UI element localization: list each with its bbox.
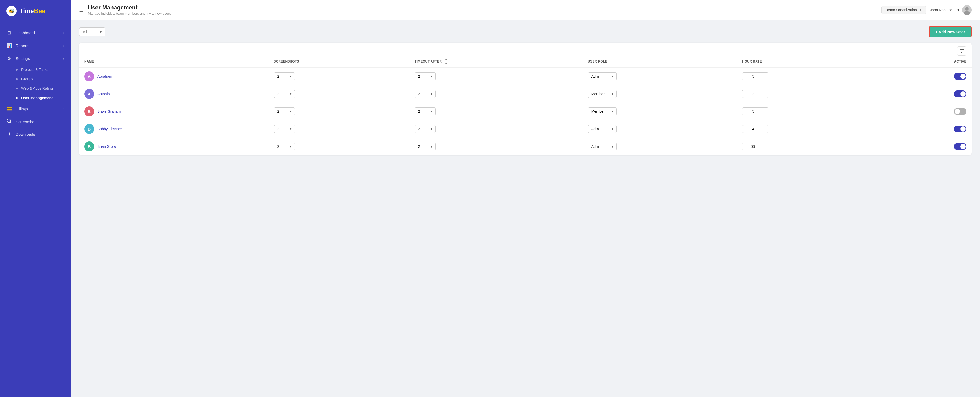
timeout-select[interactable]: 2 1345 bbox=[415, 108, 436, 115]
cell-active bbox=[881, 67, 972, 85]
cell-active bbox=[881, 85, 972, 103]
role-select-wrap: Admin Member ▼ bbox=[588, 73, 617, 80]
role-select-wrap: Admin Member ▼ bbox=[588, 143, 617, 150]
logo: 🐝 TimeBee bbox=[0, 0, 71, 22]
role-select-wrap: Admin Member ▼ bbox=[588, 125, 617, 133]
column-filter-button[interactable] bbox=[957, 46, 966, 56]
billings-icon: 💳 bbox=[6, 106, 12, 112]
user-cell: B Bobby Fletcher bbox=[84, 124, 263, 134]
screenshots-select[interactable]: 2 1345 bbox=[274, 143, 295, 150]
cell-screenshots: 2 1345 ▼ bbox=[269, 103, 409, 120]
avatar bbox=[962, 5, 972, 15]
cell-role: Member Admin ▼ bbox=[582, 103, 737, 120]
chevron-down-icon: ▼ bbox=[956, 8, 960, 12]
cell-screenshots: 2 1345 ▼ bbox=[269, 138, 409, 156]
table-card-header bbox=[79, 43, 972, 56]
sidebar-item-label: Downloads bbox=[16, 132, 35, 137]
role-select[interactable]: Admin Member bbox=[588, 143, 617, 150]
sidebar-sub-label: Projects & Tasks bbox=[21, 67, 48, 71]
cell-name: B Bobby Fletcher bbox=[79, 120, 269, 138]
screenshots-select-wrap: 2 1345 ▼ bbox=[274, 125, 295, 133]
sidebar-item-billings[interactable]: 💳 Billings › bbox=[0, 103, 71, 115]
screenshots-select[interactable]: 2 1345 bbox=[274, 125, 295, 133]
role-select[interactable]: Member Admin bbox=[588, 108, 617, 115]
sidebar-item-user-management[interactable]: User Management bbox=[0, 93, 71, 103]
col-name: NAME bbox=[79, 56, 269, 67]
active-toggle[interactable] bbox=[954, 73, 966, 80]
chevron-down-icon: ∨ bbox=[62, 57, 64, 60]
dot-icon bbox=[16, 78, 18, 80]
sidebar-item-label: Dashbaord bbox=[16, 30, 35, 35]
main-area: ☰ User Management Manage individual team… bbox=[71, 0, 980, 397]
sidebar-item-reports[interactable]: 📊 Reports › bbox=[0, 39, 71, 52]
add-new-user-button[interactable]: + Add New User bbox=[929, 26, 972, 37]
active-toggle[interactable] bbox=[954, 143, 966, 150]
dot-icon bbox=[16, 87, 18, 89]
hour-rate-input[interactable] bbox=[742, 125, 768, 133]
table-row: B Blake Graham 2 1345 ▼ 2 1345 ▼ Member … bbox=[79, 103, 972, 120]
cell-hour-rate bbox=[737, 120, 881, 138]
timeout-select-wrap: 2 1345 ▼ bbox=[415, 73, 436, 80]
active-toggle[interactable] bbox=[954, 91, 966, 97]
header-title-block: User Management Manage individual team m… bbox=[88, 4, 881, 16]
timeout-select[interactable]: 2 1345 bbox=[415, 90, 436, 98]
cell-hour-rate bbox=[737, 103, 881, 120]
user-info[interactable]: John Robinson ▼ bbox=[930, 5, 972, 15]
sidebar-item-screenshots[interactable]: 🖼 Screenshots bbox=[0, 115, 71, 128]
timeout-select-wrap: 2 1345 ▼ bbox=[415, 108, 436, 115]
col-role: USER ROLE bbox=[582, 56, 737, 67]
timeout-select[interactable]: 2 1345 bbox=[415, 125, 436, 133]
hour-rate-input[interactable] bbox=[742, 73, 768, 80]
menu-button[interactable]: ☰ bbox=[79, 7, 84, 13]
timeout-select[interactable]: 2 1345 bbox=[415, 73, 436, 80]
user-name-text: Antonio bbox=[97, 92, 110, 96]
screenshots-select[interactable]: 2 1345 bbox=[274, 108, 295, 115]
cell-screenshots: 2 1345 ▼ bbox=[269, 85, 409, 103]
org-selector[interactable]: Demo Organization ▼ bbox=[881, 6, 926, 14]
col-active: ACTIVE bbox=[881, 56, 972, 67]
cell-timeout: 2 1345 ▼ bbox=[409, 138, 582, 156]
logo-text: TimeBee bbox=[19, 7, 46, 15]
sidebar-item-projects-tasks[interactable]: Projects & Tasks bbox=[0, 65, 71, 74]
table-row: A Abraham 2 1345 ▼ 2 1345 ▼ Admin Member… bbox=[79, 67, 972, 85]
user-name: John Robinson bbox=[930, 8, 955, 12]
table-row: B Brian Shaw 2 1345 ▼ 2 1345 ▼ Admin Mem… bbox=[79, 138, 972, 156]
cell-role: Admin Member ▼ bbox=[582, 138, 737, 156]
hour-rate-input[interactable] bbox=[742, 143, 768, 150]
sidebar-sub-label: Web & Apps Rating bbox=[21, 86, 53, 91]
sidebar-item-web-apps-rating[interactable]: Web & Apps Rating bbox=[0, 84, 71, 93]
user-cell: A Antonio bbox=[84, 89, 263, 99]
reports-icon: 📊 bbox=[6, 43, 12, 48]
active-toggle[interactable] bbox=[954, 108, 966, 115]
sidebar-item-label: Settings bbox=[16, 56, 30, 61]
screenshots-icon: 🖼 bbox=[6, 119, 12, 124]
cell-hour-rate bbox=[737, 67, 881, 85]
screenshots-select-wrap: 2 1345 ▼ bbox=[274, 108, 295, 115]
sidebar-item-dashboard[interactable]: ⊞ Dashbaord › bbox=[0, 26, 71, 39]
user-cell: A Abraham bbox=[84, 71, 263, 81]
screenshots-select[interactable]: 2 1345 bbox=[274, 90, 295, 98]
sidebar-item-label: Screenshots bbox=[16, 119, 37, 124]
table-row: A Antonio 2 1345 ▼ 2 1345 ▼ Member Admin… bbox=[79, 85, 972, 103]
user-name-text: Bobby Fletcher bbox=[97, 127, 122, 131]
role-select[interactable]: Admin Member bbox=[588, 73, 617, 80]
hour-rate-input[interactable] bbox=[742, 90, 768, 98]
active-toggle[interactable] bbox=[954, 125, 966, 132]
svg-point-1 bbox=[965, 7, 969, 11]
user-avatar: A bbox=[84, 71, 94, 81]
sidebar-item-settings[interactable]: ⚙ Settings ∨ bbox=[0, 52, 71, 65]
sidebar-item-downloads[interactable]: ⬇ Downloads bbox=[0, 128, 71, 141]
chevron-right-icon: › bbox=[63, 44, 64, 48]
sidebar-item-groups[interactable]: Groups bbox=[0, 74, 71, 84]
hour-rate-input[interactable] bbox=[742, 108, 768, 115]
user-avatar: B bbox=[84, 106, 94, 116]
screenshots-select-wrap: 2 1345 ▼ bbox=[274, 73, 295, 80]
timeout-select[interactable]: 2 1345 bbox=[415, 143, 436, 150]
filter-select[interactable]: All Active Inactive bbox=[79, 27, 105, 37]
cell-timeout: 2 1345 ▼ bbox=[409, 120, 582, 138]
sidebar-nav: ⊞ Dashbaord › 📊 Reports › ⚙ Settings ∨ P… bbox=[0, 22, 71, 145]
screenshots-select[interactable]: 2 1345 bbox=[274, 73, 295, 80]
role-select[interactable]: Member Admin bbox=[588, 90, 617, 98]
role-select[interactable]: Admin Member bbox=[588, 125, 617, 133]
cell-name: A Antonio bbox=[79, 85, 269, 103]
